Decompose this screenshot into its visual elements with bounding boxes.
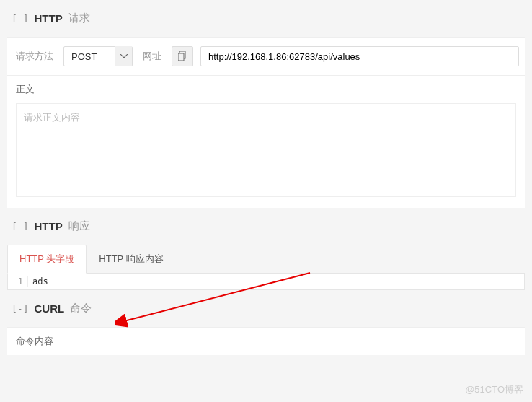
body-label: 正文 (7, 76, 525, 103)
tab-headers[interactable]: HTTP 头字段 (7, 245, 87, 274)
svg-rect-1 (178, 53, 184, 61)
collapse-toggle[interactable]: [-] (12, 13, 28, 24)
copy-icon[interactable] (172, 46, 193, 66)
request-row: 请求方法 POST 网址 (7, 38, 525, 75)
url-label: 网址 (140, 50, 164, 63)
section-title-light: 请求 (68, 12, 90, 25)
body-textarea[interactable] (16, 103, 516, 197)
response-tabs: HTTP 头字段 HTTP 响应内容 (7, 245, 525, 274)
tab-content[interactable]: HTTP 响应内容 (87, 245, 175, 274)
method-label: 请求方法 (13, 50, 56, 63)
method-value: POST (64, 51, 115, 62)
chevron-down-icon[interactable] (115, 46, 132, 66)
section-title-strong: HTTP (34, 220, 62, 232)
section-title-strong: CURL (34, 302, 64, 315)
request-panel: 请求方法 POST 网址 (7, 37, 525, 75)
method-select[interactable]: POST (63, 46, 133, 66)
code-line: 1 ads (8, 274, 524, 289)
watermark: @51CTO博客 (465, 383, 523, 396)
section-title-light: 命令 (70, 302, 92, 315)
http-response-header: [-] HTTP 响应 (0, 208, 532, 245)
section-title-strong: HTTP (34, 12, 62, 25)
collapse-toggle[interactable]: [-] (12, 303, 28, 314)
section-title-light: 响应 (68, 219, 90, 233)
line-number: 1 (8, 276, 28, 287)
curl-content-label: 命令内容 (16, 336, 53, 346)
collapse-toggle[interactable]: [-] (12, 221, 28, 232)
url-input[interactable] (200, 46, 519, 66)
curl-header: [-] CURL 命令 (0, 290, 532, 327)
response-body-panel: 1 ads (7, 273, 525, 290)
response-body-content: ads (28, 276, 48, 287)
curl-panel: 命令内容 (7, 327, 525, 355)
request-body-panel: 正文 (7, 75, 525, 208)
http-request-header: [-] HTTP 请求 (0, 0, 532, 37)
